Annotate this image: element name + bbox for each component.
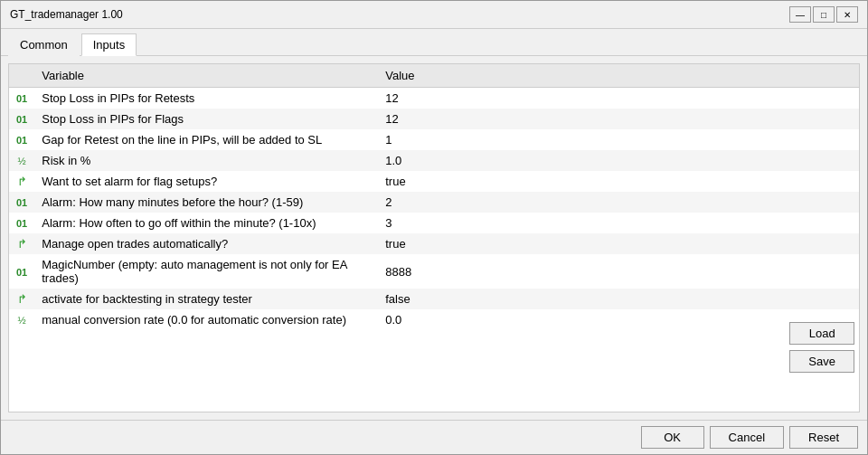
inputs-table: Variable Value 01Stop Loss in PIPs for R… <box>9 64 859 330</box>
row-value: 2 <box>378 192 859 213</box>
cancel-button[interactable]: Cancel <box>710 426 784 449</box>
row-value: 8888 <box>378 254 859 289</box>
col-header-value-label: Value <box>378 64 859 88</box>
table-row: 01Stop Loss in PIPs for Retests12 <box>9 88 859 109</box>
table-row: 01Alarm: How often to go off within the … <box>9 213 859 233</box>
row-icon: 01 <box>9 254 34 289</box>
table-row: 01Stop Loss in PIPs for Flags12 <box>9 109 859 129</box>
row-variable: Manage open trades automatically? <box>34 233 378 254</box>
row-variable: MagicNumber (empty: auto management is n… <box>34 254 378 289</box>
table-header-row: Variable Value <box>9 64 859 88</box>
title-bar: GT_trademanager 1.00 — □ ✕ <box>1 1 867 29</box>
table-body: 01Stop Loss in PIPs for Retests1201Stop … <box>9 88 859 331</box>
row-icon: ↱ <box>9 233 34 254</box>
row-icon: 01 <box>9 213 34 233</box>
side-buttons-panel: Load Save <box>789 322 854 373</box>
row-value: 12 <box>378 88 859 109</box>
row-icon: ½ <box>9 150 34 171</box>
row-variable: Alarm: How often to go off within the mi… <box>34 213 378 233</box>
row-variable: Want to set alarm for flag setups? <box>34 171 378 192</box>
row-value: 12 <box>378 109 859 129</box>
save-button[interactable]: Save <box>789 350 854 373</box>
row-icon: 01 <box>9 129 34 150</box>
table-row: ↱Manage open trades automatically?true <box>9 233 859 254</box>
row-icon: ↱ <box>9 171 34 192</box>
reset-button[interactable]: Reset <box>789 426 858 449</box>
row-value: 1.0 <box>378 150 859 171</box>
table-header: Variable Value <box>9 64 859 88</box>
row-value: true <box>378 233 859 254</box>
load-button[interactable]: Load <box>789 322 854 345</box>
window-title: GT_trademanager 1.00 <box>10 8 123 21</box>
row-variable: manual conversion rate (0.0 for automati… <box>34 309 378 330</box>
row-value: false <box>378 289 859 309</box>
maximize-button[interactable]: □ <box>813 6 835 23</box>
table-row: 01Alarm: How many minutes before the hou… <box>9 192 859 213</box>
main-layout: Variable Value 01Stop Loss in PIPs for R… <box>1 56 867 420</box>
row-icon: ½ <box>9 309 34 330</box>
table-row: ↱activate for backtesting in strategy te… <box>9 289 859 309</box>
ok-button[interactable]: OK <box>641 426 704 449</box>
row-variable: Stop Loss in PIPs for Retests <box>34 88 378 109</box>
footer: OK Cancel Reset <box>1 420 867 454</box>
tabs-bar: Common Inputs <box>1 29 867 56</box>
main-window: GT_trademanager 1.00 — □ ✕ Common Inputs… <box>0 0 868 455</box>
window-controls: — □ ✕ <box>789 6 858 23</box>
tab-common[interactable]: Common <box>8 33 80 56</box>
minimize-button[interactable]: — <box>789 6 811 23</box>
row-icon: 01 <box>9 109 34 129</box>
inputs-table-container: Variable Value 01Stop Loss in PIPs for R… <box>8 63 860 412</box>
tab-inputs[interactable]: Inputs <box>81 33 137 56</box>
col-header-variable-label: Variable <box>34 64 378 88</box>
table-row: 01MagicNumber (empty: auto management is… <box>9 254 859 289</box>
close-button[interactable]: ✕ <box>836 6 858 23</box>
row-variable: Gap for Retest on the line in PIPs, will… <box>34 129 378 150</box>
row-value: 1 <box>378 129 859 150</box>
row-variable: Stop Loss in PIPs for Flags <box>34 109 378 129</box>
row-value: true <box>378 171 859 192</box>
row-value: 0.0 <box>378 309 859 330</box>
row-variable: activate for backtesting in strategy tes… <box>34 289 378 309</box>
table-row: 01Gap for Retest on the line in PIPs, wi… <box>9 129 859 150</box>
row-value: 3 <box>378 213 859 233</box>
table-row: ½Risk in %1.0 <box>9 150 859 171</box>
row-icon: 01 <box>9 192 34 213</box>
row-icon: ↱ <box>9 289 34 309</box>
row-variable: Alarm: How many minutes before the hour?… <box>34 192 378 213</box>
col-header-variable <box>9 64 34 88</box>
row-variable: Risk in % <box>34 150 378 171</box>
row-icon: 01 <box>9 88 34 109</box>
table-row: ½manual conversion rate (0.0 for automat… <box>9 309 859 330</box>
table-row: ↱Want to set alarm for flag setups?true <box>9 171 859 192</box>
